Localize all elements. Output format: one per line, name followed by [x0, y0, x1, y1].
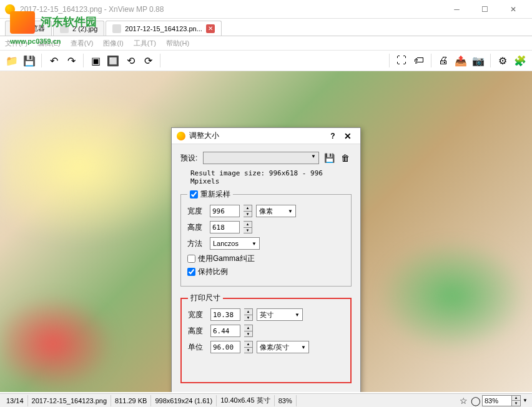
crop-icon[interactable]: ▣ — [87, 52, 104, 69]
tab-image-1[interactable]: 2 (2).jpg — [53, 21, 104, 36]
color-label-icon[interactable]: ◯ — [470, 395, 482, 407]
status-filename: 2017-12-15_164123.png — [28, 395, 112, 406]
toolbar-separator — [160, 54, 160, 67]
image-icon — [112, 24, 121, 33]
resample-fieldset: 重新采样 宽度 ▲▼ 像素 ▼ 高度 ▲▼ 方法 — [180, 189, 352, 287]
window-titlebar: 2017-12-15_164123.png - XnView MP 0.88 ─… — [0, 0, 532, 19]
star-icon[interactable]: ☆ — [457, 395, 470, 407]
dialog-icon — [177, 132, 185, 140]
menu-view[interactable]: 查看(V) — [71, 39, 94, 48]
resample-legend[interactable]: 重新采样 — [187, 189, 233, 200]
menubar: 文件(F) 编辑(E) 查看(V) 图像(I) 工具(T) 帮助(H) — [0, 36, 532, 50]
print-width-label: 宽度 — [188, 310, 207, 320]
toolbar-separator — [490, 54, 491, 67]
tab-image-2[interactable]: 2017-12-15_164123.pn... ✕ — [106, 21, 222, 36]
tab-close-icon[interactable]: ✕ — [206, 24, 215, 33]
width-label: 宽度 — [187, 206, 206, 217]
zoom-spinner[interactable]: ▲▼ — [512, 395, 521, 406]
delete-preset-icon[interactable]: 🗑 — [339, 152, 352, 164]
dialog-titlebar[interactable]: 调整大小 ? ✕ — [172, 128, 360, 144]
undo-icon[interactable]: ↶ — [46, 52, 62, 69]
dialog-title: 调整大小 — [189, 130, 325, 141]
status-print-dims: 10.40x6.45 英寸 — [217, 395, 275, 406]
ratio-label: 保持比例 — [198, 267, 228, 277]
toolbar-separator — [41, 54, 42, 67]
dialog-help-button[interactable]: ? — [325, 132, 340, 140]
toolbar: 📁 💾 ↶ ↷ ▣ 🔲 ⟲ ⟳ ⛶ 🏷 🖨 📤 📷 ⚙ 🧩 — [0, 50, 532, 71]
menu-tools[interactable]: 工具(T) — [134, 39, 156, 48]
resample-checkbox[interactable] — [190, 190, 198, 199]
browse-icon[interactable]: 📁 — [4, 52, 20, 69]
width-spinner[interactable]: ▲▼ — [244, 205, 252, 217]
redo-icon[interactable]: ↷ — [63, 52, 79, 69]
dpi-spinner[interactable]: ▲▼ — [244, 341, 253, 353]
print-width-unit-text: 英寸 — [260, 310, 273, 320]
fullscreen-icon[interactable]: ⛶ — [393, 52, 410, 69]
chevron-down-icon: ▼ — [252, 241, 257, 247]
menu-file[interactable]: 文件(F) — [5, 39, 27, 48]
ratio-checkbox[interactable] — [187, 268, 195, 276]
maximize-button[interactable]: ☐ — [471, 1, 499, 18]
export-icon[interactable]: 📤 — [453, 52, 469, 69]
image-viewport: www.pHome.NET 调整大小 ? ✕ 预设: ▼ 💾 🗑 Result … — [0, 71, 532, 392]
method-combo[interactable]: Lanczos ▼ — [210, 237, 260, 250]
width-unit-combo[interactable]: 像素 ▼ — [256, 205, 296, 217]
print-icon[interactable]: 🖨 — [435, 52, 451, 69]
tab-strip: 浏览器 2 (2).jpg 2017-12-15_164123.pn... ✕ — [0, 19, 532, 36]
print-height-label: 高度 — [188, 326, 207, 336]
toolbar-separator — [431, 54, 431, 67]
rotate-right-icon[interactable]: ⟳ — [140, 52, 156, 69]
gamma-checkbox[interactable] — [187, 255, 195, 263]
resize-dialog: 调整大小 ? ✕ 预设: ▼ 💾 🗑 Result image size: 99… — [171, 127, 361, 392]
camera-icon[interactable]: 📷 — [470, 52, 486, 69]
print-height-input[interactable] — [210, 325, 240, 337]
chevron-down-icon: ▼ — [301, 345, 306, 350]
settings-icon[interactable]: ⚙ — [495, 52, 511, 69]
height-spinner[interactable]: ▲▼ — [244, 221, 252, 233]
height-input[interactable] — [210, 221, 240, 233]
close-button[interactable]: ✕ — [499, 1, 527, 18]
print-height-spinner[interactable]: ▲▼ — [244, 325, 253, 337]
resample-legend-text: 重新采样 — [200, 189, 230, 200]
save-icon[interactable]: 💾 — [21, 52, 37, 69]
plugin-icon[interactable]: 🧩 — [512, 52, 528, 69]
status-dimensions: 998x619x24 (1.61) — [151, 395, 217, 406]
chevron-down-icon: ▼ — [295, 312, 300, 318]
preset-combo[interactable]: ▼ — [203, 152, 319, 164]
tab-label: 2017-12-15_164123.pn... — [125, 25, 202, 32]
tab-browser[interactable]: 浏览器 — [5, 21, 52, 36]
tab-label: 2 (2).jpg — [72, 25, 97, 32]
dpi-unit-combo[interactable]: 像素/英寸 ▼ — [257, 341, 309, 353]
menu-edit[interactable]: 编辑(E) — [37, 39, 61, 48]
result-text: Result image size: 996x618 - 996 Mpixels — [190, 169, 352, 185]
menu-image[interactable]: 图像(I) — [103, 39, 123, 48]
dpi-input[interactable] — [210, 341, 240, 353]
width-unit-text: 像素 — [259, 207, 273, 216]
tag-icon[interactable]: 🏷 — [411, 52, 427, 69]
dpi-label: 单位 — [188, 342, 207, 353]
print-width-spinner[interactable]: ▲▼ — [244, 308, 253, 321]
window-title: 2017-12-15_164123.png - XnView MP 0.88 — [20, 5, 443, 14]
status-zoom: 83% — [275, 395, 297, 406]
zoom-input[interactable] — [482, 395, 512, 406]
app-icon — [5, 4, 15, 14]
method-label: 方法 — [187, 238, 206, 249]
print-size-fieldset: 打印尺寸 宽度 ▲▼ 英寸 ▼ 高度 ▲▼ 单位 — [180, 293, 352, 383]
minimize-button[interactable]: ─ — [443, 1, 471, 18]
rotate-left-icon[interactable]: ⟲ — [122, 52, 139, 69]
tab-label: 浏览器 — [24, 24, 45, 33]
width-input[interactable] — [210, 205, 240, 217]
dpi-unit-text: 像素/英寸 — [260, 343, 289, 352]
status-filesize: 811.29 KB — [111, 395, 151, 406]
status-index: 13/14 — [2, 395, 28, 406]
dialog-close-button[interactable]: ✕ — [340, 131, 355, 141]
save-preset-icon[interactable]: 💾 — [323, 152, 335, 164]
image-icon — [60, 24, 69, 33]
menu-help[interactable]: 帮助(H) — [166, 39, 189, 48]
toolbar-separator — [83, 54, 84, 67]
print-width-unit-combo[interactable]: 英寸 ▼ — [257, 308, 303, 321]
adjust-icon[interactable]: 🔲 — [105, 52, 121, 69]
home-icon — [12, 24, 21, 33]
print-width-input[interactable] — [210, 308, 240, 321]
zoom-dropdown-icon[interactable]: ▼ — [521, 398, 530, 403]
